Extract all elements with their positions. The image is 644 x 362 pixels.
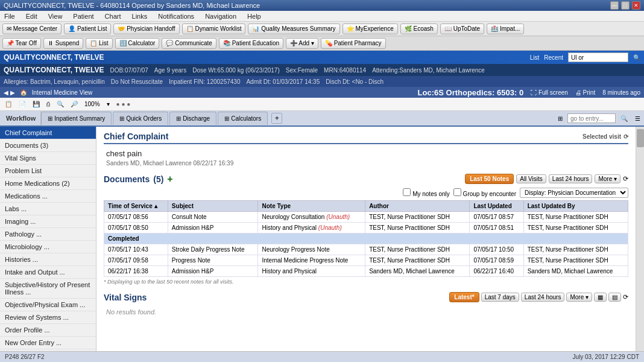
patient-list-btn[interactable]: 👤 Patient List [64, 24, 111, 34]
myexperience-btn[interactable]: ⭐ MyExperience [343, 24, 398, 34]
maximize-button[interactable]: □ [621, 1, 630, 10]
last7days-btn[interactable]: Last 7 days [481, 293, 519, 302]
menu-help[interactable]: Help [245, 13, 263, 20]
sidebar-item-vital-signs[interactable]: Vital Signs [0, 152, 96, 165]
add-document-btn[interactable]: + [167, 174, 172, 184]
my-notes-checkbox[interactable] [403, 188, 411, 196]
refresh-icon[interactable]: ⟳ [623, 133, 628, 140]
scrollbar[interactable] [636, 127, 644, 362]
sidebar-item-documents[interactable]: Documents (3) [0, 139, 96, 152]
col-subject[interactable]: Subject [168, 201, 258, 212]
tab-menu-icon[interactable]: ☰ [633, 114, 643, 123]
zoom-icon[interactable]: ▾ [104, 100, 112, 109]
vital-list-view-btn[interactable]: ▤ [608, 293, 621, 302]
vital-table-view-btn[interactable]: ▦ [594, 293, 607, 302]
ecoash-btn[interactable]: 🌿 Ecoash [400, 24, 438, 34]
group-by-encounter-label[interactable]: Group by encounter [453, 188, 516, 197]
vital-more-btn[interactable]: More ▾ [566, 293, 592, 302]
refresh-docs-icon[interactable]: ⟳ [623, 175, 628, 183]
menu-patient[interactable]: Patient [71, 13, 95, 20]
col-last-updated[interactable]: Last Updated [470, 201, 523, 212]
toolbar-icon4[interactable]: ⎙ [44, 100, 52, 109]
menu-view[interactable]: View [46, 13, 65, 20]
table-row[interactable]: 07/05/17 08:50 Admission H&P History and… [104, 223, 628, 233]
dynamic-worklist-btn[interactable]: 📋 Dynamic Worklist [182, 24, 246, 34]
menu-notifications[interactable]: Notifications [156, 13, 196, 20]
app-search-input[interactable] [568, 52, 628, 62]
tear-off-btn[interactable]: 📌 Tear Off [2, 38, 41, 49]
display-select[interactable]: Display: Physician Documentation [520, 188, 628, 198]
sidebar-item-subjective[interactable]: Subjective/History of Present Illness ..… [0, 279, 96, 299]
physician-handoff-btn[interactable]: 🤝 Physician Handoff [113, 24, 179, 34]
message-center-btn[interactable]: ✉ Message Center [2, 24, 62, 34]
table-row[interactable]: 07/05/17 08:56 Consult Note Neurology Co… [104, 212, 628, 223]
sidebar-item-order-profile[interactable]: Order Profile ... [0, 324, 96, 337]
patient-pharmacy-btn[interactable]: 💊 Patient Pharmacy [321, 38, 386, 49]
toolbar-icon3[interactable]: 💾 [30, 100, 42, 109]
tab-calculators[interactable]: ⊞ Calculators [218, 112, 268, 125]
toolbar-icon6[interactable]: 🔎 [68, 100, 80, 109]
menu-navigation[interactable]: Navigation [203, 13, 238, 20]
impat-btn[interactable]: 🏥 Impat... [487, 24, 524, 34]
sidebar-item-review-systems[interactable]: Review of Systems ... [0, 311, 96, 324]
menu-edit[interactable]: Edit [24, 13, 39, 20]
sidebar-item-chief-complaint[interactable]: Chief Complaint [0, 127, 96, 139]
minimize-button[interactable]: — [610, 1, 619, 10]
quality-measures-btn[interactable]: 📊 Quality Measures Summary [248, 24, 339, 34]
latest-btn[interactable]: Latest* [449, 292, 479, 302]
vital-refresh-icon[interactable]: ⟳ [623, 293, 628, 301]
sidebar-item-labs[interactable]: Labs ... [0, 203, 96, 215]
more-filter-btn[interactable]: More ▾ [595, 174, 620, 183]
home-icon[interactable]: 🏠 [20, 89, 27, 96]
communicate-btn[interactable]: 💬 Communicate [162, 38, 216, 49]
add-btn[interactable]: ➕ Add ▾ [286, 38, 318, 49]
table-row[interactable]: 06/22/17 16:38 Admission H&P History and… [104, 266, 628, 277]
toolbar-icon2[interactable]: 📄 [16, 100, 28, 109]
sidebar-item-problem-list[interactable]: Problem List [0, 165, 96, 177]
last50-notes-btn[interactable]: Last 50 Notes [465, 174, 514, 184]
patient-education-btn[interactable]: 📚 Patient Education [219, 38, 283, 49]
sidebar-item-home-meds[interactable]: Home Medications (2) [0, 177, 96, 190]
calculator-btn[interactable]: 🔢 Calculator [115, 38, 160, 49]
last24-btn[interactable]: Last 24 hours [549, 174, 593, 183]
tab-search-input[interactable] [567, 113, 616, 123]
scroll-thumb[interactable] [637, 129, 644, 147]
table-row[interactable]: 07/05/17 10:43 Stroke Daily Progress Not… [104, 244, 628, 255]
toolbar-icon5[interactable]: 🔍 [54, 100, 66, 109]
tab-quick-orders[interactable]: ⊞ Quick Orders [113, 112, 168, 125]
suspend-btn[interactable]: ⏸ Suspend [43, 38, 83, 49]
my-notes-label[interactable]: My notes only [403, 188, 449, 197]
print-btn[interactable]: 🖨 Print [575, 89, 595, 96]
back-btn[interactable]: ◀ ▶ [4, 89, 15, 96]
list-btn[interactable]: 📋 List [86, 38, 112, 49]
tab-discharge[interactable]: ⊞ Discharge [169, 112, 216, 125]
group-by-encounter-checkbox[interactable] [453, 188, 461, 196]
menu-chart[interactable]: Chart [103, 13, 123, 20]
tab-search-icon[interactable]: 🔍 [618, 114, 630, 123]
sidebar-item-new-order[interactable]: New Order Entry ... [0, 337, 96, 349]
col-note-type[interactable]: Note Type [258, 201, 365, 212]
vital-last24-btn[interactable]: Last 24 hours [521, 293, 565, 302]
table-row[interactable]: 07/05/17 09:58 Progress Note Internal Me… [104, 255, 628, 266]
menu-file[interactable]: File [2, 13, 17, 20]
search-icon[interactable]: 🔍 [633, 54, 640, 61]
toolbar-icon1[interactable]: 📋 [2, 100, 14, 109]
fullscreen-btn[interactable]: ⛶ Full screen [531, 89, 568, 96]
col-last-updated-by[interactable]: Last Updated By [523, 201, 628, 212]
tab-inpatient-summary[interactable]: ⊞ Inpatient Summary [41, 112, 112, 125]
tab-sort-icon[interactable]: ⊞ [555, 114, 565, 123]
add-tab-btn[interactable]: + [271, 113, 282, 124]
all-visits-btn[interactable]: All Visits [516, 174, 546, 183]
col-author[interactable]: Author [365, 201, 470, 212]
sidebar-item-objective[interactable]: Objective/Physical Exam ... [0, 299, 96, 311]
sidebar-item-imaging[interactable]: Imaging ... [0, 215, 96, 228]
sidebar-item-histories[interactable]: Histories ... [0, 253, 96, 266]
sidebar-item-medications[interactable]: Medications ... [0, 190, 96, 203]
sidebar-item-pathology[interactable]: Pathology ... [0, 228, 96, 241]
menu-links[interactable]: Links [130, 13, 150, 20]
col-time[interactable]: Time of Service ▴ [104, 201, 168, 212]
close-button[interactable]: ✕ [632, 1, 640, 10]
uptodate-btn[interactable]: 📖 UpToDate [440, 24, 484, 34]
sidebar-item-microbiology[interactable]: Microbiology ... [0, 241, 96, 253]
sidebar-item-intake-output[interactable]: Intake and Output ... [0, 266, 96, 279]
